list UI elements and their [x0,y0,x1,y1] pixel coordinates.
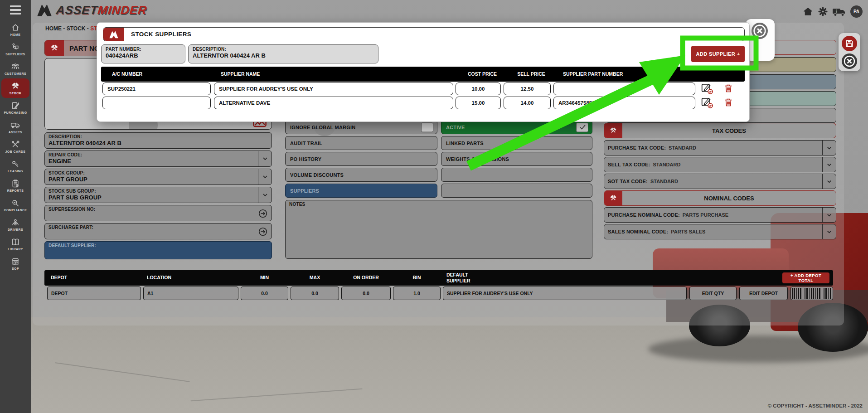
save-button[interactable] [842,36,857,51]
user-avatar[interactable]: PA [850,5,863,18]
weights-dimensions-button[interactable]: WEIGHTS & DIMENSIONS [441,152,592,166]
close-icon [752,24,767,38]
tax-codes-title: TAX CODES [622,127,836,134]
sot-tax-select[interactable]: SOT TAX CODE: STANDARD [604,174,836,189]
breadcrumb-stock[interactable]: STOCK [67,25,86,32]
supplier-row-ac-input[interactable] [102,97,211,109]
volume-discounts-button[interactable]: VOLUME DISCOUNTS [285,168,437,182]
supplier-table-header: A/C NUMBER SUPPLIER NAME COST PRICE SELL… [101,67,745,82]
po-history-button[interactable]: PO HISTORY [285,152,437,166]
add-supplier-button[interactable]: ADD SUPPLIER + [691,46,745,62]
modal-title-bar: STOCK SUPPLIERS [103,27,745,41]
crossed-tools-icon [609,126,617,135]
settings-gear-icon[interactable] [817,6,829,17]
assetminder-mark-icon [36,3,53,17]
sell-tax-select[interactable]: SELL TAX CODE: STANDARD [604,157,836,172]
sidebar-item-customers[interactable]: CUSTOMERS [0,59,31,78]
sidebar-item-library[interactable]: LIBRARY [0,234,31,254]
min-cell[interactable]: 0.0 [241,287,288,300]
supplier-row-sell-input[interactable]: 12.50 [504,83,551,95]
location-cell[interactable]: A1 [143,287,238,300]
ignore-global-margin-toggle[interactable]: IGNORE GLOBAL MARGIN [285,120,437,134]
save-floppy-icon [845,39,854,48]
brand-asset: ASSET [55,3,98,17]
sidebar-item-assets[interactable]: ASSETS [0,117,31,137]
audit-trail-button[interactable]: AUDIT TRAIL [285,136,437,150]
sidebar-item-suppliers[interactable]: SUPPLIERS [0,39,31,59]
sidebar-item-purchasing[interactable]: PURCHASING [0,98,31,117]
repair-code-select[interactable]: REPAIR CODE: ENGINE [44,151,272,167]
menu-icon[interactable] [10,5,21,15]
sidebar-item-reports[interactable]: REPORTS [0,176,31,195]
bin-cell[interactable]: 1.0 [393,287,441,300]
chevron-down-icon [258,187,272,203]
suppliers-button[interactable]: SUPPLIERS [285,184,437,198]
notes-area[interactable]: NOTES [285,200,592,259]
description-field: DESCRIPTION: ALTERNTOR 040424 AR B [44,132,272,149]
part-header-icon-box [45,40,64,56]
supplier-row-part-input[interactable] [553,83,695,95]
cancel-button[interactable] [842,53,857,69]
edit-qty-button[interactable]: EDIT QTY [689,287,737,300]
chevron-down-icon [258,169,272,185]
sales-nominal-select[interactable]: SALES NOMINAL CODE: PARTS SALES [604,224,836,239]
sidebar-item-stock[interactable]: STOCK [1,78,29,98]
supplier-row-ac-input[interactable]: SUP250221 [102,83,211,95]
ignore-global-margin-checkbox[interactable] [421,122,433,132]
sidebar-item-leasing[interactable]: LEASING [0,156,31,176]
modal-title: STOCK SUPPLIERS [131,31,191,38]
max-cell[interactable]: 0.0 [291,287,339,300]
empty-slot [441,184,592,198]
delete-trash-icon[interactable] [723,97,734,108]
delete-trash-icon[interactable] [723,83,734,94]
reports-clipboard-icon [11,179,20,188]
supersession-field[interactable]: SUPERSESSION NO: [44,205,272,221]
sidebar-item-sop[interactable]: SOP [0,254,31,273]
close-icon [843,54,856,68]
stock-group-select[interactable]: STOCK GROUP: PART GROUP [44,169,272,185]
home-icon[interactable] [802,6,814,17]
purchase-nominal-select[interactable]: PURCHASE NOMINAL CODE: PARTS PURCHASE [604,207,836,223]
default-supplier-cell[interactable]: SUPPLIER FOR AUDREY'S USE ONLY [443,287,687,300]
on-order-cell[interactable]: 0.0 [341,287,391,300]
nominal-codes-title: NOMINAL CODES [622,195,836,202]
supplier-row-name-input[interactable]: SUPPLIER FOR AUDREY'S USE ONLY [214,83,453,95]
go-arrow-icon[interactable] [258,209,268,219]
assetminder-mark-icon [109,30,119,39]
sidebar-item-drivers[interactable]: DRIVERS [0,215,31,234]
breadcrumb-home[interactable]: HOME [45,25,62,32]
crossed-tools-icon [11,82,20,91]
supplier-row-cost-input[interactable]: 15.00 [456,97,501,109]
barcode-image [792,288,832,299]
confirm-edit-icon[interactable] [701,82,713,95]
supplier-row-sell-input[interactable]: 14.00 [504,97,551,109]
edit-depot-button[interactable]: EDIT DEPOT [739,287,788,300]
supplier-row-part-input[interactable]: AR34645758586 [553,97,695,109]
purchase-tax-select[interactable]: PURCHASE TAX CODE: STANDARD [604,140,836,155]
modal-close-button[interactable] [752,23,768,39]
tax-codes-header: TAX CODES [604,123,836,138]
assets-truck-icon [10,121,20,130]
supplier-row-name-input[interactable]: ALTERNATIVE DAVE [214,97,453,109]
chevron-down-icon [258,151,272,166]
sidebar-item-compliance[interactable]: COMPLIANCE [0,195,31,215]
tax-codes-icon-box [604,123,622,138]
add-depot-total-button[interactable]: + ADD DEPOT TOTAL [782,272,829,283]
default-supplier-field[interactable]: DEFAULT SUPPLIER: [44,241,272,259]
customers-group-icon [11,62,20,71]
sidebar-item-job-cards[interactable]: JOB CARDS [0,137,31,156]
delivery-info-icon[interactable]: i [832,6,847,18]
surcharge-part-field[interactable]: SURCHARGE PART: [44,223,272,239]
brand-minder: MINDER [97,3,148,17]
leasing-keys-icon [11,160,20,169]
stock-sub-group-select[interactable]: STOCK SUB GROUP: PART SUB GROUP [44,187,272,203]
confirm-edit-icon[interactable] [701,96,713,109]
active-checkbox[interactable] [576,122,588,132]
home-icon [11,23,20,32]
active-toggle[interactable]: ACTIVE [441,120,592,134]
linked-parts-button[interactable]: LINKED PARTS [441,136,592,150]
go-arrow-icon[interactable] [258,227,268,237]
supplier-row-cost-input[interactable]: 10.00 [456,83,501,95]
sidebar-item-home[interactable]: HOME [0,20,31,39]
depot-cell[interactable]: DEPOT [47,287,141,300]
